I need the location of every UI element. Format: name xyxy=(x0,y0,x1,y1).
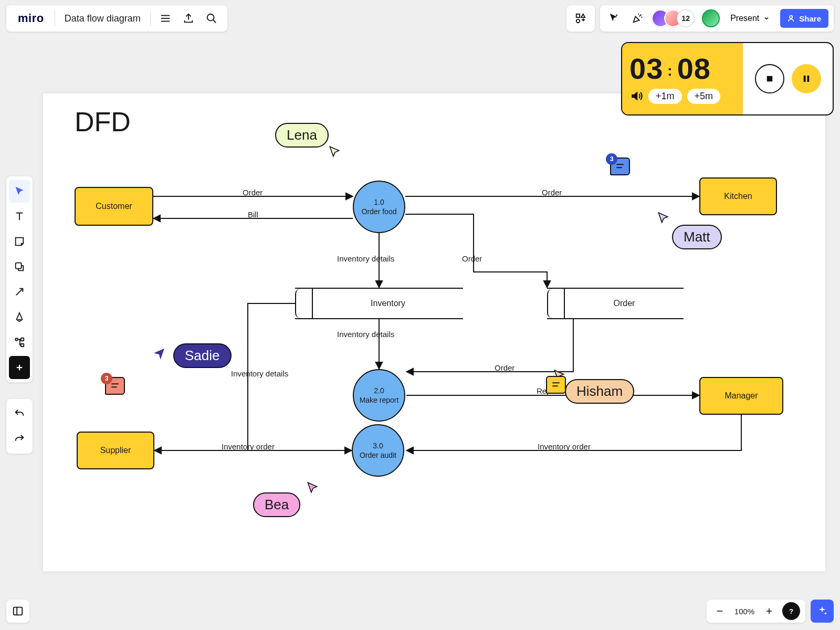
svg-point-10 xyxy=(790,16,792,18)
tool-text[interactable] xyxy=(9,205,30,228)
entity-customer[interactable]: Customer xyxy=(75,187,153,226)
edge-label: Order xyxy=(243,188,262,197)
svg-line-4 xyxy=(213,20,216,23)
diagram-title[interactable]: DFD xyxy=(75,106,131,138)
svg-rect-11 xyxy=(766,76,772,82)
cursor-star-icon xyxy=(608,13,620,24)
timer-widget[interactable]: 03 : 08 +1m +5m xyxy=(621,42,834,116)
svg-point-19 xyxy=(15,338,18,341)
export-button[interactable] xyxy=(177,7,200,30)
process-name: Make report xyxy=(360,395,399,405)
datastore-inventory[interactable]: Inventory xyxy=(295,288,463,319)
menu-button[interactable] xyxy=(154,7,177,30)
edge-label: Inventory details xyxy=(231,369,288,378)
cursor-sadie: Sadie xyxy=(151,343,232,368)
svg-marker-6 xyxy=(581,14,585,17)
entity-manager[interactable]: Manager xyxy=(699,377,783,415)
timer-plus-1m[interactable]: +1m xyxy=(648,89,682,104)
svg-rect-16 xyxy=(16,263,22,269)
sparkle-icon xyxy=(816,605,828,617)
user-badge: Matt xyxy=(672,225,722,249)
timer-display: 03 : 08 +1m +5m xyxy=(622,43,743,114)
redo-icon xyxy=(14,433,25,445)
cursor-lena: Lena xyxy=(275,123,329,148)
entity-kitchen[interactable]: Kitchen xyxy=(699,177,777,215)
zoom-value[interactable]: 100% xyxy=(733,607,756,616)
reactions-button[interactable] xyxy=(628,9,646,27)
comment-thread[interactable] xyxy=(546,376,566,394)
tool-sticky[interactable] xyxy=(9,230,30,253)
board-title[interactable]: Data flow diagram xyxy=(58,13,147,24)
cursor-mode-button[interactable] xyxy=(605,9,623,27)
topbar-right: 12 Present Share xyxy=(566,5,834,32)
sound-icon[interactable] xyxy=(629,89,643,103)
process-make-report[interactable]: 2.0 Make report xyxy=(353,369,405,422)
divider xyxy=(150,10,151,26)
svg-rect-24 xyxy=(14,607,23,615)
user-badge: Bea xyxy=(253,492,300,517)
tool-select[interactable] xyxy=(9,180,30,203)
undo-button[interactable] xyxy=(9,402,30,425)
tool-more[interactable] xyxy=(9,331,30,354)
entity-supplier[interactable]: Supplier xyxy=(77,432,154,469)
user-plus-icon xyxy=(788,14,796,23)
apps-button[interactable] xyxy=(572,9,590,27)
comment-thread[interactable]: 3 xyxy=(105,377,125,395)
process-name: Order food xyxy=(362,207,397,216)
shape-icon xyxy=(14,261,25,272)
canvas[interactable]: DFD xyxy=(43,93,825,571)
search-button[interactable] xyxy=(200,7,223,30)
timer-stop-button[interactable] xyxy=(755,64,784,93)
tool-add[interactable] xyxy=(9,356,30,379)
datastore-label: Order xyxy=(565,299,684,308)
zoom-in-button[interactable] xyxy=(761,603,777,619)
user-badge: Lena xyxy=(275,123,329,148)
edge-label: Inventory details xyxy=(337,330,394,339)
avatar-stack[interactable]: 12 xyxy=(652,9,695,27)
avatar-self[interactable] xyxy=(702,9,720,27)
avatar-overflow-count[interactable]: 12 xyxy=(677,9,695,27)
timer-minutes: 03 xyxy=(629,54,663,83)
svg-rect-13 xyxy=(807,76,809,82)
edge-label: Order xyxy=(462,254,482,263)
datastore-cap xyxy=(295,289,313,318)
tool-panel xyxy=(6,176,33,382)
redo-button[interactable] xyxy=(9,427,30,450)
user-badge: Sadie xyxy=(173,343,232,368)
ai-button[interactable] xyxy=(811,600,834,623)
present-button[interactable]: Present xyxy=(725,9,775,28)
comment-lines-icon xyxy=(110,382,120,390)
frames-panel-button[interactable] xyxy=(6,600,29,623)
user-badge: Hisham xyxy=(565,379,634,404)
timer-controls xyxy=(743,43,833,114)
arrow-icon xyxy=(14,286,25,298)
timer-plus-5m[interactable]: +5m xyxy=(687,89,721,104)
process-order-audit[interactable]: 3.0 Order audit xyxy=(352,424,404,477)
process-order-food[interactable]: 1.0 Order food xyxy=(353,181,405,233)
panel-icon xyxy=(12,605,24,617)
tool-shape[interactable] xyxy=(9,255,30,278)
search-icon xyxy=(206,13,217,24)
tool-arrow[interactable] xyxy=(9,280,30,303)
cursor-matt: Matt xyxy=(663,216,722,249)
edge-label: Inventory order xyxy=(538,442,591,451)
datastore-order[interactable]: Order xyxy=(547,288,684,319)
bottom-right-controls: 100% ? xyxy=(707,600,834,623)
comment-thread[interactable]: 3 xyxy=(610,158,630,175)
timer-pause-button[interactable] xyxy=(792,64,821,93)
share-button[interactable]: Share xyxy=(780,9,828,28)
datastore-label: Inventory xyxy=(313,299,463,308)
tool-pen[interactable] xyxy=(9,306,30,329)
cursor-bea: Bea xyxy=(253,492,300,517)
app-logo[interactable]: miro xyxy=(10,12,51,25)
zoom-out-button[interactable] xyxy=(712,603,728,619)
stop-icon xyxy=(765,74,774,83)
apps-pill xyxy=(566,5,595,32)
flow-icon xyxy=(14,337,25,348)
help-button[interactable]: ? xyxy=(782,602,800,620)
plus-icon xyxy=(15,363,24,372)
question-icon: ? xyxy=(789,607,793,615)
comment-count-badge: 3 xyxy=(606,153,617,165)
menu-icon xyxy=(160,13,171,24)
svg-point-3 xyxy=(207,14,214,21)
